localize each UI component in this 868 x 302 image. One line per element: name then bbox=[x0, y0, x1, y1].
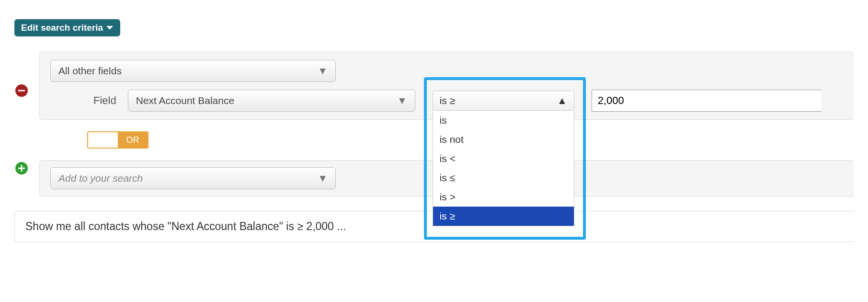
operator-dropdown-button[interactable]: is ≥ ▲ bbox=[433, 91, 574, 111]
category-dropdown[interactable]: All other fields ▼ bbox=[50, 60, 336, 82]
operator-options-list: is is not is < is ≤ is > is ≥ bbox=[433, 111, 574, 226]
operator-option[interactable]: is > bbox=[433, 187, 574, 207]
field-dropdown[interactable]: Next Account Balance ▼ bbox=[128, 90, 415, 112]
operator-selected-label: is ≥ bbox=[440, 95, 456, 106]
chevron-down-icon bbox=[106, 23, 114, 33]
edit-search-criteria-button[interactable]: Edit search criteria bbox=[14, 19, 120, 36]
field-selected-label: Next Account Balance bbox=[136, 95, 234, 106]
minus-icon bbox=[18, 85, 25, 96]
value-input[interactable] bbox=[592, 90, 822, 112]
operator-option[interactable]: is ≤ bbox=[433, 168, 574, 187]
svg-rect-0 bbox=[18, 90, 25, 91]
add-search-dropdown[interactable]: Add to your search ▼ bbox=[50, 167, 336, 189]
add-criteria-button[interactable] bbox=[15, 162, 28, 174]
svg-rect-2 bbox=[21, 165, 23, 172]
operator-option-selected[interactable]: is ≥ bbox=[433, 207, 574, 226]
remove-criteria-button[interactable] bbox=[15, 84, 28, 97]
row-gutter bbox=[14, 160, 29, 174]
and-or-toggle[interactable]: OR bbox=[87, 131, 148, 149]
plus-icon bbox=[18, 163, 25, 174]
dropdown-arrow-up-icon: ▲ bbox=[557, 95, 567, 106]
row-gutter bbox=[14, 52, 29, 97]
category-selected-label: All other fields bbox=[58, 65, 122, 77]
dropdown-arrow-icon: ▼ bbox=[318, 65, 328, 77]
and-segment[interactable] bbox=[88, 132, 118, 148]
operator-option[interactable]: is < bbox=[433, 149, 574, 168]
operator-option[interactable]: is not bbox=[433, 130, 574, 149]
operator-option[interactable]: is bbox=[433, 111, 574, 130]
edit-search-criteria-label: Edit search criteria bbox=[21, 23, 103, 33]
add-search-placeholder: Add to your search bbox=[58, 173, 143, 184]
or-segment[interactable]: OR bbox=[118, 132, 148, 148]
operator-dropdown[interactable]: is ≥ ▲ is is not is < is ≤ is > is ≥ bbox=[433, 91, 574, 226]
field-label: Field bbox=[93, 94, 116, 107]
dropdown-arrow-icon: ▼ bbox=[397, 95, 407, 106]
dropdown-arrow-icon: ▼ bbox=[318, 173, 328, 184]
